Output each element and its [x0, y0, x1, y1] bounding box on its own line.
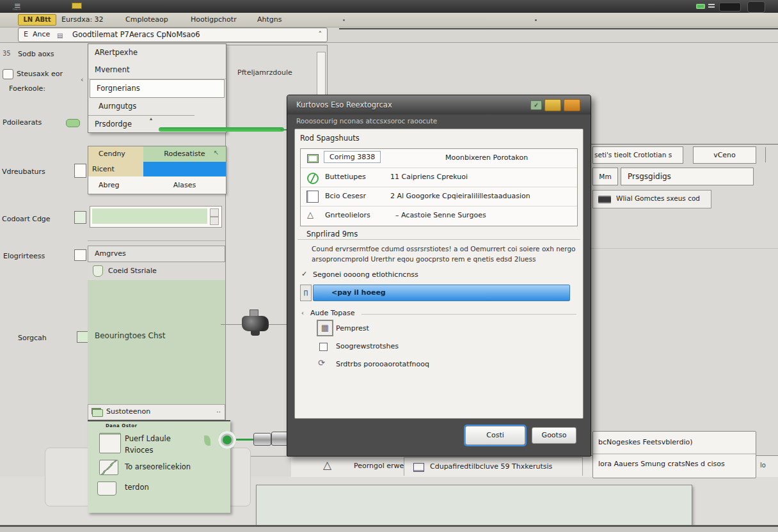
right-field-1[interactable]: seti's tieolt Crotlotian s [592, 146, 683, 164]
dialog-check-button[interactable]: ✓ [530, 100, 542, 110]
mail-icon [99, 460, 118, 475]
grid-option-icon[interactable]: ▦ [317, 320, 333, 336]
chevron-up-icon[interactable]: ˄ [319, 28, 322, 41]
list-icon[interactable] [74, 249, 86, 261]
row-handle-icon[interactable]: ∏ [300, 285, 312, 301]
footer-item2[interactable]: To arseorelicekion [125, 462, 191, 471]
list-row-4[interactable]: △ Gnrteolielors – Acastoie Senne Surgoes [301, 207, 577, 225]
power-icon [307, 173, 319, 184]
green-footer-panel: Dana Ostor Puerf Ldaule Rvioces To arseo… [88, 420, 230, 513]
table-cell-r2c1[interactable]: Ricent [88, 162, 143, 176]
shield-row[interactable]: Coeid Stsriale [88, 262, 225, 281]
yellow-chip-icon [72, 3, 82, 9]
dropdown-item-3-selected[interactable]: Forgnerians [90, 79, 225, 98]
checkmark-icon[interactable]: ✓ [301, 270, 307, 278]
dialog-group-item-3[interactable]: Srdtrbs porooaorotatfnooq [336, 360, 429, 368]
ok-button[interactable]: Costi [465, 426, 525, 445]
green-input[interactable] [92, 208, 207, 224]
list-row-1-desc: Moonbixeren Porotakon [445, 153, 528, 162]
table-cell-r3c2[interactable]: Alases [143, 176, 226, 194]
background-panel-title: Pfteljamrzdoule [237, 68, 292, 77]
list-row-2[interactable]: Buttetiupes 11 Caipriens Cprekuoi [301, 168, 577, 187]
table-cell-r1c1[interactable]: Cendny [88, 146, 143, 162]
list-row-1[interactable]: Corimg 3838 Moonbixeren Porotakon [301, 149, 577, 168]
dialog-orange-button[interactable] [564, 99, 580, 111]
right-field-4[interactable]: Prsgsgidigs [621, 168, 754, 185]
right-field-3[interactable]: Mm [592, 168, 618, 185]
dialog-subtitle: Rooosocurig nconas atccsxsoroc raoocute [296, 117, 437, 125]
path-combo[interactable]: E Ance ▤ Goodtilemat P7Aeracs CpNoMsao6 … [18, 27, 328, 42]
app-logo[interactable]: LN ABtt [18, 14, 56, 26]
chevron-left-icon[interactable]: ‹ [81, 75, 83, 84]
valve-body-icon[interactable] [242, 316, 269, 331]
sidebar-label-3: Foerkoole: [9, 84, 45, 93]
menubar-dot-icon [535, 19, 537, 21]
green-footer-tag: Dana Ostor [106, 423, 137, 428]
pipe-segment-1[interactable] [253, 433, 271, 446]
sidebar-label-4: Pdoilearats [3, 118, 42, 127]
selected-blue-row[interactable]: <pay il hoeeg [313, 285, 570, 301]
pages-icon[interactable] [74, 164, 86, 178]
right-field-2[interactable]: vCeno [693, 146, 756, 164]
list-row-3-desc: 2 Al Googorke Cpqieiralilillestaaduasion [390, 192, 530, 200]
top-right-rule [339, 28, 778, 29]
titlebar-tag: naco [13, 7, 20, 11]
dropdown-item-4[interactable]: Aurngutgs [88, 98, 194, 116]
gauge-icon [306, 191, 319, 203]
right-icon-row[interactable]: Wlial Gomctes sxeus cod [592, 190, 711, 208]
sidebar-label-1: Sodb aoxs [18, 50, 54, 58]
connector-node[interactable] [218, 431, 236, 449]
refresh-icon[interactable]: ⟳ [318, 358, 325, 368]
list-row-2-name: Buttetiupes [325, 173, 366, 181]
list-row-4-desc: – Acastoie Senne Surgoes [395, 211, 486, 219]
tray-icon [97, 481, 116, 496]
window-menu-button[interactable] [747, 1, 765, 13]
scrollbar[interactable] [317, 52, 326, 98]
menu-item-4[interactable]: Ahtgns [257, 13, 282, 27]
spinner-up-button[interactable] [210, 208, 219, 217]
footer-item3[interactable]: terdon [125, 483, 149, 492]
footer-row[interactable]: Sustoteenon .. [88, 404, 225, 420]
right-tick [765, 147, 766, 162]
minimize-icon[interactable] [708, 4, 715, 5]
group-checkbox-icon[interactable] [319, 343, 328, 351]
menu-item-1[interactable]: Eursdxa: 32 [61, 13, 104, 27]
titlebar-pill-button[interactable] [719, 3, 741, 12]
footer-item1-line1[interactable]: Puerf Ldaule [125, 434, 171, 443]
menu-item-3[interactable]: Hootigpchotr [191, 13, 237, 27]
valve-foot-icon [251, 331, 260, 336]
dialog-group-item-2[interactable]: Soogrewstrotshes [336, 342, 399, 350]
dialog-section1: Rod Spagshuuts [300, 134, 360, 143]
table-cell-r2c2-selected[interactable] [143, 162, 226, 176]
dropdown-item-1[interactable]: ARertpexhe [88, 44, 226, 61]
dropdown-item-2[interactable]: Mvernent [88, 61, 226, 79]
right-icon-row-label: Wlial Gomctes sxeus cod [616, 194, 700, 202]
cancel-button[interactable]: Gootso [532, 427, 576, 444]
spinner-down-button[interactable] [210, 217, 219, 225]
group-collapse-icon[interactable]: ‹ [301, 309, 304, 317]
footer-item1-line2[interactable]: Rvioces [125, 446, 153, 455]
status-triangle-icon: △ [323, 458, 331, 471]
dialog-checkbox-label[interactable]: Segonei oooong etlothicncnss [313, 270, 418, 279]
code-icon[interactable] [74, 211, 86, 224]
list-row-3[interactable]: Bcio Cesesr 2 Al Googorke Cpqieiralilill… [301, 187, 577, 207]
list-row-1-name: Corimg 3838 [324, 151, 381, 163]
dialog-yellow-button[interactable] [544, 99, 561, 111]
bottom-edge [0, 527, 778, 532]
dialog-group-item-1[interactable]: Pemprest [336, 324, 369, 332]
green-toggle[interactable] [66, 119, 80, 127]
grid35-icon: 35 [3, 50, 11, 57]
dialog-titlebar[interactable]: Kurtovos Eso Reextogrcax ✓ [287, 95, 591, 114]
menu-item-2[interactable]: Cmploteaop [125, 13, 168, 27]
sidebar: 35 Sodb aoxs Steusaxk eor Foerkoole: Pdo… [0, 42, 88, 455]
right-divider-top [590, 144, 778, 145]
green-area-label: Beouringtoes Chst [95, 331, 166, 340]
sidebar-label-2: Steusaxk eor [17, 70, 63, 78]
sidebar-label-5: Vdreubaturs [2, 168, 45, 176]
bottom-right-panel: bcNogeskes Feetsvblerdio) lora Aauers Sm… [592, 431, 756, 478]
table-cell-r3c1[interactable]: Abreg [88, 176, 143, 194]
app-window: ≡ naco LN ABtt Eursdxa: 32 Cmploteaop Ho… [0, 0, 778, 532]
dialog-group-title[interactable]: Aude Topase [310, 309, 355, 317]
dark-chip-icon [598, 196, 611, 203]
wire [235, 439, 254, 441]
